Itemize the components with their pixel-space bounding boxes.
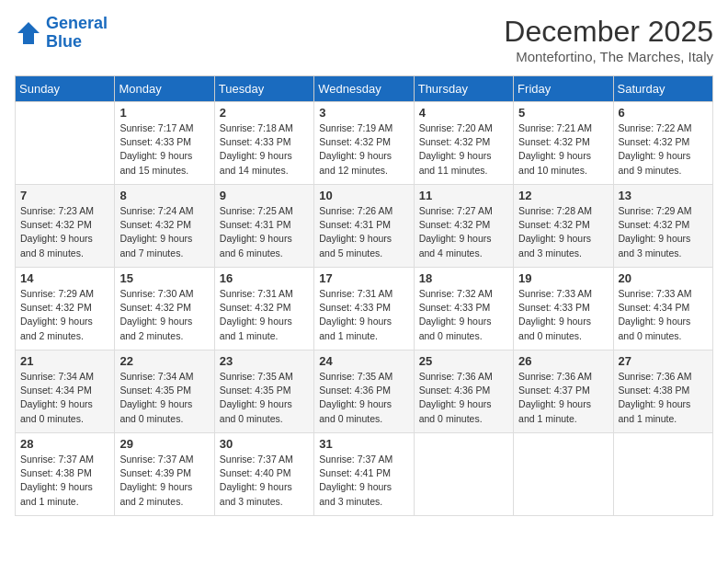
logo-text: General Blue bbox=[46, 15, 108, 52]
header-sunday: Sunday bbox=[16, 76, 115, 102]
calendar-cell: 26Sunrise: 7:36 AMSunset: 4:37 PMDayligh… bbox=[514, 350, 613, 433]
day-info: Sunrise: 7:31 AMSunset: 4:33 PMDaylight:… bbox=[319, 287, 408, 343]
calendar-cell: 3Sunrise: 7:19 AMSunset: 4:32 PMDaylight… bbox=[314, 102, 414, 185]
day-info: Sunrise: 7:30 AMSunset: 4:32 PMDaylight:… bbox=[119, 287, 209, 343]
day-number: 13 bbox=[619, 189, 708, 202]
day-info: Sunrise: 7:33 AMSunset: 4:34 PMDaylight:… bbox=[619, 287, 708, 343]
day-info: Sunrise: 7:37 AMSunset: 4:38 PMDaylight:… bbox=[20, 453, 109, 509]
header-saturday: Saturday bbox=[613, 76, 712, 102]
day-info: Sunrise: 7:18 AMSunset: 4:33 PMDaylight:… bbox=[220, 121, 309, 178]
day-info: Sunrise: 7:29 AMSunset: 4:32 PMDaylight:… bbox=[20, 287, 109, 343]
header-row: Sunday Monday Tuesday Wednesday Thursday… bbox=[16, 76, 713, 102]
calendar-cell: 21Sunrise: 7:34 AMSunset: 4:34 PMDayligh… bbox=[16, 350, 115, 433]
day-number: 10 bbox=[319, 189, 408, 202]
calendar-cell: 22Sunrise: 7:34 AMSunset: 4:35 PMDayligh… bbox=[115, 350, 214, 433]
svg-marker-0 bbox=[17, 22, 40, 44]
calendar-cell: 28Sunrise: 7:37 AMSunset: 4:38 PMDayligh… bbox=[16, 433, 115, 516]
calendar-cell: 13Sunrise: 7:29 AMSunset: 4:32 PMDayligh… bbox=[613, 185, 712, 268]
title-block: December 2025 Montefortino, The Marches,… bbox=[504, 15, 713, 64]
logo-icon bbox=[15, 19, 42, 47]
day-number: 3 bbox=[319, 106, 408, 120]
day-number: 25 bbox=[419, 354, 508, 368]
day-number: 11 bbox=[419, 189, 508, 202]
day-number: 28 bbox=[20, 437, 109, 451]
calendar-week-2: 14Sunrise: 7:29 AMSunset: 4:32 PMDayligh… bbox=[16, 268, 713, 350]
calendar-cell bbox=[613, 433, 712, 516]
calendar-cell: 31Sunrise: 7:37 AMSunset: 4:41 PMDayligh… bbox=[314, 433, 414, 516]
day-number: 17 bbox=[319, 271, 408, 285]
day-number: 1 bbox=[119, 106, 209, 120]
day-info: Sunrise: 7:37 AMSunset: 4:40 PMDaylight:… bbox=[220, 453, 309, 509]
day-info: Sunrise: 7:28 AMSunset: 4:32 PMDaylight:… bbox=[518, 204, 608, 260]
day-info: Sunrise: 7:29 AMSunset: 4:32 PMDaylight:… bbox=[619, 204, 708, 260]
day-info: Sunrise: 7:36 AMSunset: 4:37 PMDaylight:… bbox=[518, 370, 608, 426]
day-number: 22 bbox=[119, 354, 209, 368]
location: Montefortino, The Marches, Italy bbox=[504, 49, 713, 64]
day-info: Sunrise: 7:35 AMSunset: 4:35 PMDaylight:… bbox=[220, 370, 309, 426]
day-info: Sunrise: 7:33 AMSunset: 4:33 PMDaylight:… bbox=[518, 287, 608, 343]
calendar-cell: 12Sunrise: 7:28 AMSunset: 4:32 PMDayligh… bbox=[514, 185, 613, 268]
day-number: 5 bbox=[518, 106, 608, 120]
month-title: December 2025 bbox=[504, 15, 713, 49]
day-number: 12 bbox=[518, 189, 608, 202]
day-number: 29 bbox=[119, 437, 209, 451]
calendar-week-0: 1Sunrise: 7:17 AMSunset: 4:33 PMDaylight… bbox=[16, 102, 713, 185]
day-info: Sunrise: 7:36 AMSunset: 4:38 PMDaylight:… bbox=[619, 370, 708, 426]
day-number: 18 bbox=[419, 271, 508, 285]
day-info: Sunrise: 7:24 AMSunset: 4:32 PMDaylight:… bbox=[119, 204, 209, 260]
calendar-cell: 30Sunrise: 7:37 AMSunset: 4:40 PMDayligh… bbox=[214, 433, 313, 516]
logo: General Blue bbox=[15, 15, 108, 52]
day-info: Sunrise: 7:36 AMSunset: 4:36 PMDaylight:… bbox=[419, 370, 508, 426]
calendar-cell: 16Sunrise: 7:31 AMSunset: 4:32 PMDayligh… bbox=[214, 268, 313, 350]
day-info: Sunrise: 7:34 AMSunset: 4:35 PMDaylight:… bbox=[119, 370, 209, 426]
day-info: Sunrise: 7:19 AMSunset: 4:32 PMDaylight:… bbox=[319, 121, 408, 178]
calendar-cell: 1Sunrise: 7:17 AMSunset: 4:33 PMDaylight… bbox=[115, 102, 214, 185]
day-number: 14 bbox=[20, 271, 109, 285]
day-number: 24 bbox=[319, 354, 408, 368]
day-info: Sunrise: 7:37 AMSunset: 4:39 PMDaylight:… bbox=[119, 453, 209, 509]
day-info: Sunrise: 7:37 AMSunset: 4:41 PMDaylight:… bbox=[319, 453, 408, 509]
calendar-cell: 27Sunrise: 7:36 AMSunset: 4:38 PMDayligh… bbox=[613, 350, 712, 433]
day-number: 23 bbox=[220, 354, 309, 368]
day-number: 31 bbox=[319, 437, 408, 451]
calendar-cell: 9Sunrise: 7:25 AMSunset: 4:31 PMDaylight… bbox=[214, 185, 313, 268]
calendar-week-4: 28Sunrise: 7:37 AMSunset: 4:38 PMDayligh… bbox=[16, 433, 713, 516]
calendar-cell: 15Sunrise: 7:30 AMSunset: 4:32 PMDayligh… bbox=[115, 268, 214, 350]
header-wednesday: Wednesday bbox=[314, 76, 414, 102]
calendar-cell: 2Sunrise: 7:18 AMSunset: 4:33 PMDaylight… bbox=[214, 102, 313, 185]
calendar-cell: 17Sunrise: 7:31 AMSunset: 4:33 PMDayligh… bbox=[314, 268, 414, 350]
day-number: 6 bbox=[619, 106, 708, 120]
day-info: Sunrise: 7:21 AMSunset: 4:32 PMDaylight:… bbox=[518, 121, 608, 178]
day-number: 7 bbox=[20, 189, 109, 202]
day-info: Sunrise: 7:25 AMSunset: 4:31 PMDaylight:… bbox=[220, 204, 309, 260]
calendar-cell: 7Sunrise: 7:23 AMSunset: 4:32 PMDaylight… bbox=[16, 185, 115, 268]
calendar-week-1: 7Sunrise: 7:23 AMSunset: 4:32 PMDaylight… bbox=[16, 185, 713, 268]
calendar-body: 1Sunrise: 7:17 AMSunset: 4:33 PMDaylight… bbox=[16, 102, 713, 516]
calendar-cell: 23Sunrise: 7:35 AMSunset: 4:35 PMDayligh… bbox=[214, 350, 313, 433]
day-number: 19 bbox=[518, 271, 608, 285]
calendar-cell bbox=[16, 102, 115, 185]
calendar-cell: 4Sunrise: 7:20 AMSunset: 4:32 PMDaylight… bbox=[414, 102, 513, 185]
calendar-cell: 5Sunrise: 7:21 AMSunset: 4:32 PMDaylight… bbox=[514, 102, 613, 185]
calendar-cell: 8Sunrise: 7:24 AMSunset: 4:32 PMDaylight… bbox=[115, 185, 214, 268]
day-number: 27 bbox=[619, 354, 708, 368]
day-info: Sunrise: 7:35 AMSunset: 4:36 PMDaylight:… bbox=[319, 370, 408, 426]
day-info: Sunrise: 7:27 AMSunset: 4:32 PMDaylight:… bbox=[419, 204, 508, 260]
day-info: Sunrise: 7:31 AMSunset: 4:32 PMDaylight:… bbox=[220, 287, 309, 343]
calendar-cell: 29Sunrise: 7:37 AMSunset: 4:39 PMDayligh… bbox=[115, 433, 214, 516]
calendar-cell: 14Sunrise: 7:29 AMSunset: 4:32 PMDayligh… bbox=[16, 268, 115, 350]
day-info: Sunrise: 7:22 AMSunset: 4:32 PMDaylight:… bbox=[619, 121, 708, 178]
day-number: 20 bbox=[619, 271, 708, 285]
header-friday: Friday bbox=[514, 76, 613, 102]
day-number: 2 bbox=[220, 106, 309, 120]
day-number: 16 bbox=[220, 271, 309, 285]
calendar-cell: 6Sunrise: 7:22 AMSunset: 4:32 PMDaylight… bbox=[613, 102, 712, 185]
day-number: 21 bbox=[20, 354, 109, 368]
calendar-cell: 24Sunrise: 7:35 AMSunset: 4:36 PMDayligh… bbox=[314, 350, 414, 433]
calendar-cell: 18Sunrise: 7:32 AMSunset: 4:33 PMDayligh… bbox=[414, 268, 513, 350]
calendar-cell: 11Sunrise: 7:27 AMSunset: 4:32 PMDayligh… bbox=[414, 185, 513, 268]
header-thursday: Thursday bbox=[414, 76, 513, 102]
calendar-cell bbox=[514, 433, 613, 516]
day-number: 4 bbox=[419, 106, 508, 120]
calendar-cell: 10Sunrise: 7:26 AMSunset: 4:31 PMDayligh… bbox=[314, 185, 414, 268]
